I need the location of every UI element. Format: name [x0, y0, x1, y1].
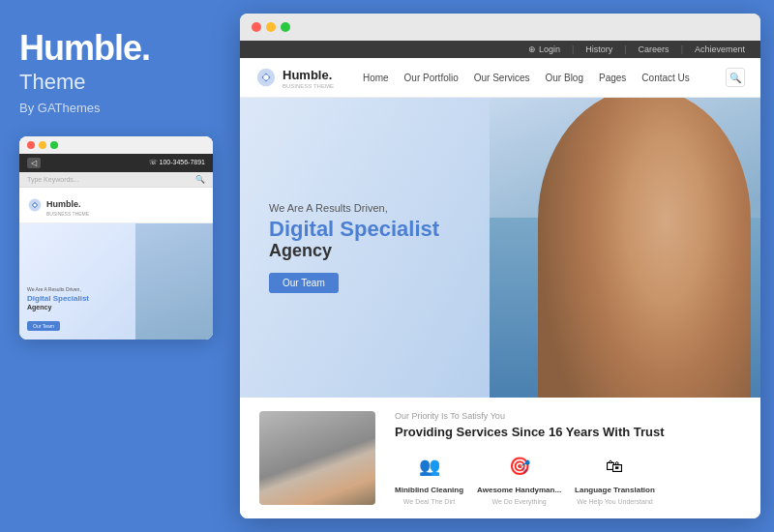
- right-panel: ⊕ Login | History | Careers | Achievemen…: [240, 0, 774, 532]
- mini-cta-button[interactable]: Our Team: [27, 321, 60, 331]
- mini-titlebar: [19, 136, 213, 154]
- mini-logo: Humble. BUSINESS THEME: [27, 193, 205, 217]
- site-nav: Humble. BUSINESS THEME Home Our Portfoli…: [240, 58, 760, 98]
- mini-logo-sub: BUSINESS THEME: [46, 211, 89, 217]
- services-content: Our Priority Is To Satisfy You Providing…: [395, 411, 741, 505]
- site-topbar: ⊕ Login | History | Careers | Achievemen…: [240, 41, 760, 58]
- title-text: Humble: [19, 28, 141, 68]
- service-name-3: Language Translation: [575, 486, 655, 494]
- login-icon: ⊕: [528, 44, 536, 54]
- theme-author: By GAThemes: [19, 101, 221, 115]
- nav-links: Home Our Portfolio Our Services Our Blog…: [363, 73, 706, 83]
- mini-hero-image: [135, 223, 213, 340]
- topbar-div1: |: [572, 44, 574, 54]
- browser-titlebar: [240, 14, 760, 41]
- service-icon-3: 🛍: [599, 451, 630, 482]
- mini-hero: We Are A Results Driven, Digital Special…: [19, 223, 213, 340]
- mini-hero-title: Digital Specialist: [27, 294, 89, 304]
- site-logo-sub: BUSINESS THEME: [283, 83, 334, 89]
- mini-phone: ☏ 100-3456-7891: [149, 159, 205, 166]
- search-icon: 🔍: [729, 73, 741, 83]
- theme-subtitle: Theme: [19, 70, 221, 95]
- mini-topbar: ◁ ☏ 100-3456-7891: [19, 154, 213, 172]
- mini-logo-text: Humble.: [46, 199, 81, 209]
- hero-cta-button[interactable]: Our Team: [269, 273, 339, 293]
- mini-logo-icon: [27, 197, 43, 213]
- topbar-login[interactable]: ⊕ Login: [528, 44, 560, 54]
- hero-title-blue: Digital Specialist: [269, 218, 439, 241]
- browser-window: ⊕ Login | History | Careers | Achievemen…: [240, 14, 760, 518]
- service-icon-2: 🎯: [504, 451, 535, 482]
- browser-dot-green[interactable]: [281, 22, 290, 32]
- mini-search: Type Keywords... 🔍: [19, 172, 213, 188]
- mini-dot-yellow: [39, 141, 46, 149]
- browser-content: ⊕ Login | History | Careers | Achievemen…: [240, 41, 760, 518]
- mini-search-text: Type Keywords...: [27, 176, 79, 183]
- browser-dot-yellow[interactable]: [266, 22, 276, 32]
- svg-point-1: [33, 203, 36, 206]
- title-dot: .: [141, 28, 150, 68]
- services-title: Providing Services Since 16 Years With T…: [395, 425, 741, 441]
- site-logo-text-block: Humble. BUSINESS THEME: [283, 66, 334, 89]
- topbar-careers[interactable]: Careers: [639, 44, 670, 54]
- mini-dot-red: [27, 141, 35, 149]
- hero-title-dark: Agency: [269, 241, 439, 261]
- topbar-achievement[interactable]: Achievement: [695, 44, 745, 54]
- mini-hero-small: We Are A Results Driven,: [27, 286, 89, 292]
- service-sub-3: We Help You Understand: [577, 498, 652, 505]
- nav-pages[interactable]: Pages: [599, 73, 626, 83]
- nav-services[interactable]: Our Services: [474, 73, 530, 83]
- hero-person: [538, 98, 751, 398]
- service-name-2: Awesome Handyman...: [477, 486, 561, 494]
- hero-content: We Are A Results Driven, Digital Special…: [269, 202, 439, 293]
- service-sub-2: We Do Everything: [491, 498, 546, 505]
- service-icon-1: 👥: [414, 451, 445, 482]
- browser-dot-red[interactable]: [252, 22, 261, 32]
- services-cards: 👥 Miniblind Cleaning We Deal The Dirt 🎯 …: [395, 451, 741, 505]
- nav-blog[interactable]: Our Blog: [546, 73, 583, 83]
- site-logo-text: Humble.: [283, 68, 332, 82]
- topbar-div2: |: [624, 44, 626, 54]
- hero-tagline: We Are A Results Driven,: [269, 202, 439, 214]
- topbar-history[interactable]: History: [585, 44, 612, 54]
- left-panel: Humble. Theme By GAThemes ◁ ☏ 100-3456-7…: [0, 0, 240, 532]
- nav-portfolio[interactable]: Our Portfolio: [404, 73, 459, 83]
- nav-search-button[interactable]: 🔍: [726, 68, 745, 87]
- site-services: Our Priority Is To Satisfy You Providing…: [240, 398, 760, 518]
- service-name-1: Miniblind Cleaning: [395, 486, 463, 494]
- svg-point-3: [263, 74, 269, 80]
- mini-hero-content: We Are A Results Driven, Digital Special…: [27, 286, 89, 332]
- mini-logo-text-block: Humble. BUSINESS THEME: [46, 193, 89, 217]
- service-card-1: 👥 Miniblind Cleaning We Deal The Dirt: [395, 451, 463, 505]
- service-card-2: 🎯 Awesome Handyman... We Do Everything: [477, 451, 561, 505]
- site-hero: We Are A Results Driven, Digital Special…: [240, 98, 760, 398]
- nav-contact[interactable]: Contact Us: [641, 73, 689, 83]
- mini-preview: ◁ ☏ 100-3456-7891 Type Keywords... 🔍 Hum…: [19, 136, 213, 340]
- mini-logo-area: Humble. BUSINESS THEME: [19, 188, 213, 223]
- mini-dot-green: [50, 141, 58, 149]
- services-person: [259, 411, 375, 505]
- site-logo: Humble. BUSINESS THEME: [255, 66, 334, 89]
- topbar-div3: |: [681, 44, 683, 54]
- service-card-3: 🛍 Language Translation We Help You Under…: [575, 451, 655, 505]
- theme-title: Humble.: [19, 29, 221, 68]
- hero-photo: [490, 98, 760, 398]
- mini-share-btn[interactable]: ◁: [27, 158, 41, 168]
- mini-hero-agency: Agency: [27, 304, 89, 310]
- service-sub-1: We Deal The Dirt: [403, 498, 455, 505]
- nav-home[interactable]: Home: [363, 73, 389, 83]
- site-logo-icon: [255, 67, 277, 88]
- mini-search-icon: 🔍: [195, 175, 205, 184]
- services-photo: [259, 411, 375, 505]
- services-tagline: Our Priority Is To Satisfy You: [395, 411, 741, 421]
